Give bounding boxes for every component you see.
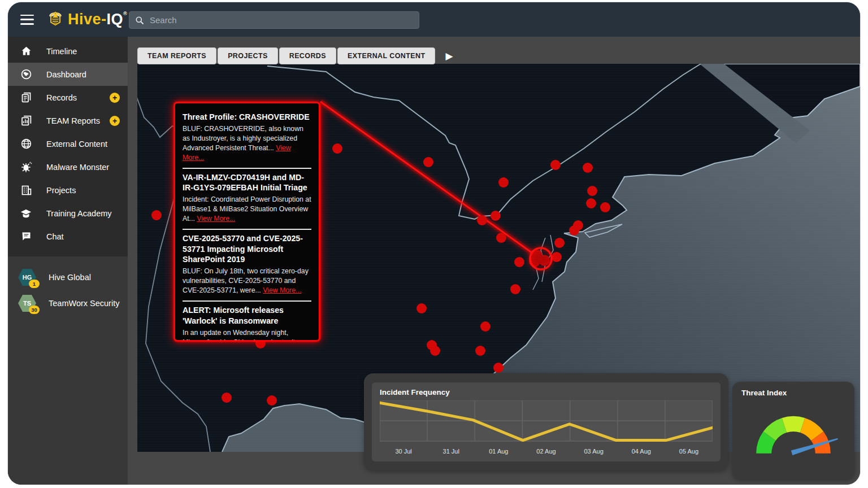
main-content: TEAM REPORTSPROJECTSRECORDSEXTERNAL CONT… xyxy=(128,37,860,485)
search-icon xyxy=(135,16,144,25)
threat-index-gauge xyxy=(741,401,845,461)
app-window: Hive-IQ® TimelineDashboardRecords+TEAM R… xyxy=(8,2,860,485)
threat-entry-title: ALERT: Microsoft releases 'Warlock' is R… xyxy=(183,305,311,326)
x-axis-label: 02 Aug xyxy=(536,448,555,455)
incident-dot[interactable] xyxy=(267,395,277,406)
team-label: Hive Global xyxy=(49,273,91,282)
globe-icon xyxy=(19,68,33,81)
threat-entry-body: BLUF: CRASHOVERRIDE, also known as Indus… xyxy=(183,124,311,163)
incident-dot[interactable] xyxy=(569,225,579,236)
sidebar-item-label: Malware Monster xyxy=(46,163,109,172)
threat-feed-panel: Threat Profile: CRASHOVERRIDEBLUF: CRASH… xyxy=(173,102,320,342)
threat-entry-title: Threat Profile: CRASHOVERRIDE xyxy=(183,112,311,123)
sidebar-item-projects[interactable]: Projects xyxy=(8,178,128,202)
incident-dot[interactable] xyxy=(554,238,565,248)
incident-dot[interactable] xyxy=(475,346,485,356)
incident-dot[interactable] xyxy=(493,363,504,373)
sidebar-teams-section: HG1Hive GlobalTS30TeamWorx Security xyxy=(8,256,128,485)
sidebar-item-chat[interactable]: Chat xyxy=(8,225,128,248)
incident-dot[interactable] xyxy=(480,321,491,332)
sidebar-item-label: Timeline xyxy=(46,47,77,56)
sidebar: TimelineDashboardRecords+TEAM Reports+Ex… xyxy=(8,37,128,485)
records-icon xyxy=(19,91,33,104)
tab-projects[interactable]: PROJECTS xyxy=(218,47,278,64)
sidebar-item-label: TEAM Reports xyxy=(46,116,100,125)
incident-dot[interactable] xyxy=(491,211,501,221)
incident-dot[interactable] xyxy=(416,303,427,313)
incident-dot[interactable] xyxy=(430,346,440,356)
sidebar-item-dashboard[interactable]: Dashboard xyxy=(8,63,128,86)
logo-text: Hive-IQ® xyxy=(68,11,127,28)
view-more-link[interactable]: View More... xyxy=(263,286,301,294)
incident-frequency-chart[interactable]: 30 Jul31 Jul01 Aug02 Aug03 Aug04 Aug05 A… xyxy=(380,400,713,460)
incident-dot[interactable] xyxy=(552,252,562,262)
graduation-cap-icon xyxy=(19,207,33,220)
x-axis-label: 30 Jul xyxy=(395,448,411,455)
home-icon xyxy=(19,45,33,58)
globe-wire-icon xyxy=(19,137,33,151)
incident-dot[interactable] xyxy=(510,284,520,294)
gauge-segment xyxy=(802,425,817,436)
team-label: TeamWorx Security xyxy=(49,299,119,308)
team-item-hive-global[interactable]: HG1Hive Global xyxy=(8,264,128,290)
threat-entry-body: Incident: Coordinated Power Disruption a… xyxy=(183,195,311,224)
incident-dot[interactable] xyxy=(514,257,524,267)
content-tabs: TEAM REPORTSPROJECTSRECORDSEXTERNAL CONT… xyxy=(137,47,453,64)
top-bar: Hive-IQ® xyxy=(8,2,860,37)
target-reticle[interactable] xyxy=(529,248,552,269)
sidebar-item-label: Projects xyxy=(46,186,76,195)
threat-index-panel: Threat Index xyxy=(732,382,854,479)
sidebar-item-records[interactable]: Records+ xyxy=(8,86,128,109)
sidebar-item-label: Dashboard xyxy=(46,70,86,79)
incident-dot[interactable] xyxy=(222,393,232,403)
incident-dot[interactable] xyxy=(498,177,509,188)
x-axis-label: 01 Aug xyxy=(489,448,508,455)
threat-entry-body: In an update on Wednesday night, Microso… xyxy=(183,328,311,342)
incident-frequency-title: Incident Frequency xyxy=(380,388,713,396)
threat-entry: CVE-2025-53770 and CVE-2025-53771 Impact… xyxy=(183,229,311,300)
sidebar-item-label: Training Academy xyxy=(46,209,112,218)
cluster-dot xyxy=(539,255,550,266)
incident-dot[interactable] xyxy=(587,186,597,196)
incident-dot[interactable] xyxy=(477,215,487,225)
tab-team-reports[interactable]: TEAM REPORTS xyxy=(137,47,216,64)
incident-dot[interactable] xyxy=(423,157,433,167)
sidebar-nav: TimelineDashboardRecords+TEAM Reports+Ex… xyxy=(8,37,128,248)
tab-records[interactable]: RECORDS xyxy=(279,47,336,64)
incident-dot[interactable] xyxy=(151,210,162,220)
app-logo: Hive-IQ® xyxy=(46,10,127,30)
incident-dot[interactable] xyxy=(332,143,342,154)
view-more-link[interactable]: View More... xyxy=(197,215,235,223)
sidebar-item-training-academy[interactable]: Training Academy xyxy=(8,202,128,225)
threat-entry: ALERT: Microsoft releases 'Warlock' is R… xyxy=(183,300,311,342)
gauge-segment xyxy=(770,425,784,436)
add-badge[interactable]: + xyxy=(110,116,120,126)
x-axis-label: 05 Aug xyxy=(679,448,698,455)
sidebar-item-timeline[interactable]: Timeline xyxy=(8,40,128,63)
search-input[interactable] xyxy=(149,15,394,25)
threat-entry: Threat Profile: CRASHOVERRIDEBLUF: CRASH… xyxy=(183,108,311,168)
threat-entry-body: BLUF: On July 18th, two critical zero-da… xyxy=(183,267,311,295)
incident-dot[interactable] xyxy=(583,163,593,173)
incident-dot[interactable] xyxy=(600,202,610,212)
sidebar-item-malware-monster[interactable]: Malware Monster xyxy=(8,155,128,178)
notification-badge: 1 xyxy=(29,280,40,288)
add-badge[interactable]: + xyxy=(110,93,120,103)
search-box[interactable] xyxy=(129,11,419,29)
incident-dot[interactable] xyxy=(586,198,596,208)
incident-frequency-panel: Incident Frequency 30 Jul31 Jul01 Aug02 … xyxy=(364,373,728,470)
sidebar-item-label: Chat xyxy=(46,232,64,241)
play-icon[interactable]: ▶ xyxy=(445,50,453,62)
building-icon xyxy=(19,184,33,197)
incident-dot[interactable] xyxy=(550,160,561,170)
notification-badge: 30 xyxy=(29,306,40,314)
threat-entry: VA-IR-LMZV-CD70419H and MD-IR-G1YS-079EF… xyxy=(183,168,311,229)
sidebar-item-external-content[interactable]: External Content xyxy=(8,132,128,155)
tab-external-content[interactable]: EXTERNAL CONTENT xyxy=(337,47,435,64)
sidebar-item-label: Records xyxy=(46,93,77,102)
incident-dot[interactable] xyxy=(496,233,506,243)
menu-icon[interactable] xyxy=(20,15,34,25)
team-item-teamworx-security[interactable]: TS30TeamWorx Security xyxy=(8,290,128,316)
threat-entry-title: VA-IR-LMZV-CD70419H and MD-IR-G1YS-079EF… xyxy=(183,172,311,193)
sidebar-item-team-reports[interactable]: TEAM Reports+ xyxy=(8,109,128,132)
